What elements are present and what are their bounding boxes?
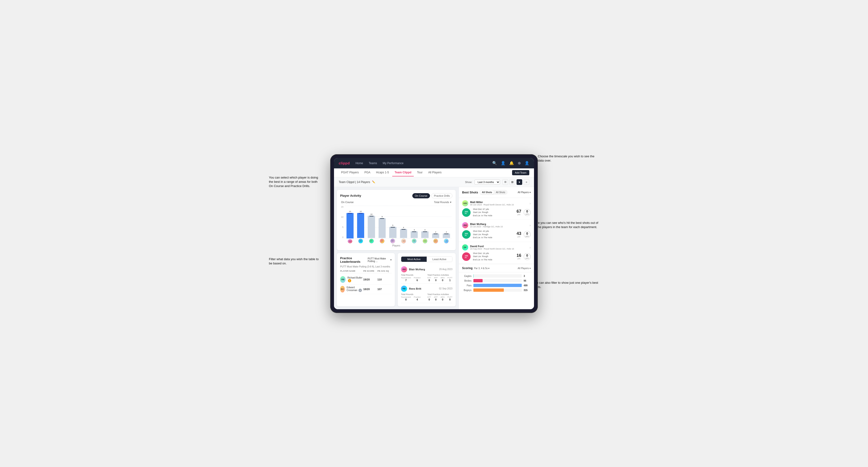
chart-x-label: Players (341, 244, 452, 247)
chart-filter-dropdown[interactable]: Total Rounds ▾ (434, 201, 452, 204)
bar-10 (443, 234, 450, 238)
bar-8 (421, 231, 428, 238)
scoring-bar-birdies (473, 279, 483, 282)
bar-group-4: 9 JC (377, 210, 387, 243)
ma-tournament-2: 8 (401, 298, 411, 301)
shot-detail-2: 23 Jul 2023 · Aldridge GC, Hole 15 (470, 225, 503, 228)
shot-card-1[interactable]: MM Matt Miller 09 Jun 2023 · Royal North… (459, 198, 534, 220)
main-content: Player Activity On Course Practice Drill… (334, 187, 534, 309)
bar-group-2: 12 BB (355, 210, 366, 243)
ma-name-2: Rees Britt (409, 287, 421, 290)
tab-least-active[interactable]: Least Active (427, 257, 452, 262)
bar-4 (379, 218, 385, 238)
nav-home[interactable]: Home (355, 161, 363, 166)
practice-leaderboard-card: Practice Leaderboards PUTT Must Make Put… (337, 253, 395, 306)
chevron-right-icon-3: › (530, 246, 531, 249)
scoring-birdies-val: 96 (524, 280, 531, 282)
bar-avatar-10: LR (444, 239, 448, 243)
bar-avatar-3: DF (369, 239, 374, 243)
shot-dist-box-1: 67 yds (517, 209, 521, 216)
bar-avatar-9: EC (433, 239, 438, 243)
ma-avatar-2: RB (401, 286, 407, 292)
activity-toggle-group: On Course Practice Drills (412, 193, 453, 198)
ma-date-2: 02 Sep 2023 (439, 287, 453, 290)
lb-score-2: 18/20 (363, 288, 377, 290)
view-grid4-icon[interactable]: ⊞ (502, 179, 508, 185)
scoring-bogeys-val: 315 (524, 289, 531, 291)
shot-dist-box-2: 43 yds (517, 231, 521, 238)
shot-carry-box-2: 0 yds (524, 231, 531, 238)
view-grid3-icon[interactable]: ▦ (509, 179, 515, 185)
bar-3 (368, 216, 375, 238)
all-players-filter[interactable]: All Players ▾ (518, 191, 531, 194)
player-activity-card: Player Activity On Course Practice Drill… (337, 190, 456, 250)
sub-nav: PGAT Players PGA Hcaps 1-5 Team Clippd T… (334, 168, 534, 177)
sub-nav-tour[interactable]: Tour (415, 169, 425, 177)
annotation-timescale: Choose the timescale you wish to see the… (538, 154, 599, 163)
bar-group-3: 10 DF (366, 210, 376, 243)
ma-app-2: 0 (434, 298, 438, 301)
add-team-button[interactable]: Add Team (512, 170, 529, 175)
shot-player-name-3: David Ford (470, 245, 514, 248)
view-heart-icon[interactable]: ♥ (517, 179, 522, 185)
chart-section: On Course Total Rounds ▾ 15 10 (340, 201, 453, 247)
chevron-right-icon-1: › (530, 201, 531, 205)
lb-name-1: Richard Butler 1 (347, 276, 363, 282)
all-shots-btn2[interactable]: All Shots (494, 190, 507, 194)
search-icon[interactable]: 🔍 (492, 161, 497, 165)
bar-avatar-1: BM (348, 239, 352, 243)
scoring-row-eagles: Eagles 3 (462, 274, 531, 278)
scoring-filter-1[interactable]: Par 3, 4 & 5s ▾ (474, 267, 490, 270)
lb-col-pb-score: PB Score (363, 270, 377, 272)
show-dropdown[interactable]: Last 3 months Last 6 months Last year (474, 180, 500, 185)
bar-avatar-8: MM (423, 239, 427, 243)
add-icon[interactable]: ⊕ (518, 161, 521, 165)
nav-my-performance[interactable]: My Performance (383, 161, 404, 166)
shot-avatar-3: DF (462, 244, 468, 250)
tablet-screen: clippd Home Teams My Performance 🔍 👤 🔔 ⊕… (334, 158, 534, 309)
annotation-player-select: You can select which player is doing the… (269, 176, 321, 188)
shot-card-3[interactable]: DF David Ford 24 Aug 2023 · Royal North … (459, 242, 534, 264)
account-icon[interactable]: 👤 (525, 161, 529, 165)
tab-most-active[interactable]: Most Active (401, 257, 427, 262)
lb-row-2: EC Edward Crossman 2 18/20 107 (340, 284, 392, 294)
bars-area: 13 BM 12 (345, 206, 452, 243)
lb-avatar-1: RB (340, 276, 346, 283)
sub-nav-team-clippd[interactable]: Team Clippd (392, 169, 414, 177)
sub-nav-all-players[interactable]: All Players (426, 169, 444, 177)
annotation-best-shots: Here you can see who's hit the best shot… (533, 221, 599, 229)
shot-desc-3: Shot Dist: 16 ydsStart Lie: RoughEnd Lie… (473, 252, 514, 261)
view-list-icon[interactable]: ≡ (524, 179, 529, 185)
lb-badge-1: 1 (348, 279, 351, 282)
shot-carry-box-3: 0 yds (524, 253, 531, 260)
lb-name-2: Edward Crossman 2 (347, 286, 363, 292)
scoring-birdies-label: Birdies (462, 280, 471, 282)
edit-icon[interactable]: ✏️ (372, 181, 375, 184)
shots-toggle-group: All Shots All Shots (479, 190, 507, 195)
nav-teams[interactable]: Teams (369, 161, 377, 166)
all-shots-btn[interactable]: All Shots (480, 190, 494, 194)
bar-group-8: 3 MM (420, 210, 430, 243)
sub-nav-pgat[interactable]: PGAT Players (339, 169, 361, 177)
scoring-row-bogeys: Bogeys 315 (462, 288, 531, 292)
shot-desc-2: Shot Dist: 43 ydsStart Lie: RoughEnd Lie… (473, 230, 514, 239)
shot-card-2[interactable]: BM Blair McHarg 23 Jul 2023 · Aldridge G… (459, 220, 534, 242)
scoring-pars-val: 499 (524, 284, 531, 287)
sub-nav-hcaps[interactable]: Hcaps 1-5 (374, 169, 391, 177)
on-course-tab[interactable]: On Course (412, 193, 430, 198)
most-active-tabs: Most Active Least Active (401, 256, 453, 262)
lb-avg-1: 110 (377, 278, 392, 281)
bell-icon[interactable]: 🔔 (509, 161, 514, 165)
ma-gtt-2: 0 (427, 298, 431, 301)
scoring-filter-2[interactable]: All Players ▾ (518, 267, 531, 270)
y-label-10: 10 (341, 216, 343, 218)
bar-group-7: 3 RB (409, 210, 419, 243)
bar-group-6: 4 GB (398, 210, 408, 243)
leaderboard-filter[interactable]: PUTT Must Make Putting ... ▾ (368, 257, 392, 262)
practice-drills-tab[interactable]: Practice Drills (431, 193, 453, 198)
user-icon[interactable]: 👤 (501, 161, 505, 165)
scoring-pars-label: Pars (462, 284, 471, 287)
bar-chart: 15 10 5 0 (341, 206, 452, 243)
bar-avatar-2: BB (358, 239, 363, 243)
sub-nav-pga[interactable]: PGA (362, 169, 373, 177)
